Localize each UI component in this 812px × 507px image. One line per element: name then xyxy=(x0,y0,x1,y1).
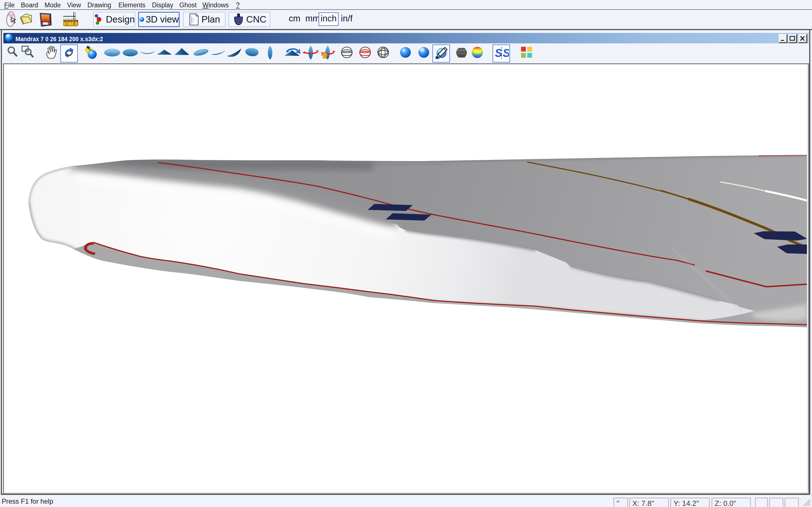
svg-text:1: 1 xyxy=(66,22,68,25)
svg-text:S: S xyxy=(503,47,509,59)
svg-text:0: 0 xyxy=(73,22,75,25)
svg-text:S: S xyxy=(495,47,502,59)
